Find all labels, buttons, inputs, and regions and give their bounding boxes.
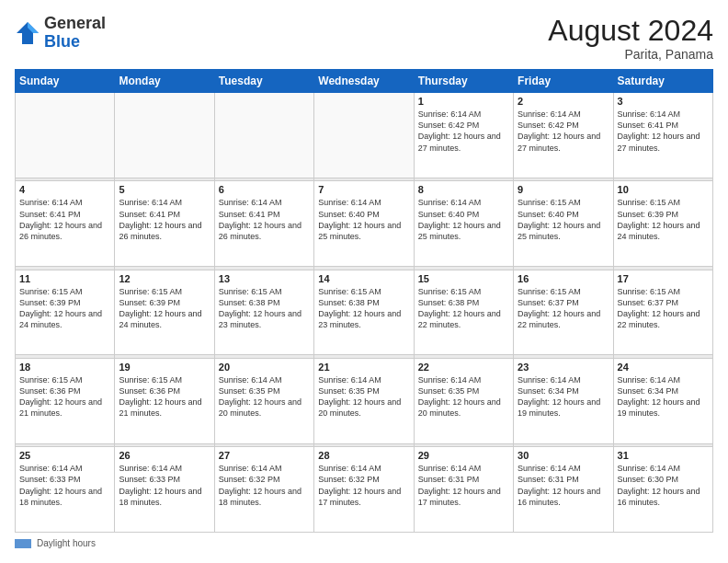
calendar-day-cell: 20Sunrise: 6:14 AM Sunset: 6:35 PM Dayli… [214, 358, 313, 443]
day-info: Sunrise: 6:14 AM Sunset: 6:31 PM Dayligh… [418, 463, 509, 508]
calendar-day-cell: 24Sunrise: 6:14 AM Sunset: 6:34 PM Dayli… [613, 358, 712, 443]
logo-icon [15, 20, 40, 46]
day-info: Sunrise: 6:14 AM Sunset: 6:35 PM Dayligh… [418, 374, 509, 419]
calendar-week-row: 25Sunrise: 6:14 AM Sunset: 6:33 PM Dayli… [16, 447, 713, 533]
day-number: 17 [618, 273, 709, 284]
calendar-day-cell: 12Sunrise: 6:15 AM Sunset: 6:39 PM Dayli… [115, 270, 214, 355]
day-number: 12 [119, 273, 210, 284]
day-number: 15 [418, 273, 509, 284]
day-info: Sunrise: 6:14 AM Sunset: 6:42 PM Dayligh… [518, 109, 609, 154]
calendar-day-cell: 28Sunrise: 6:14 AM Sunset: 6:32 PM Dayli… [314, 447, 414, 533]
day-number: 21 [318, 362, 409, 373]
day-number: 14 [318, 273, 409, 284]
day-info: Sunrise: 6:14 AM Sunset: 6:30 PM Dayligh… [618, 463, 709, 508]
day-info: Sunrise: 6:14 AM Sunset: 6:41 PM Dayligh… [618, 109, 709, 154]
calendar-day-cell: 10Sunrise: 6:15 AM Sunset: 6:39 PM Dayli… [613, 181, 712, 267]
calendar-day-cell: 23Sunrise: 6:14 AM Sunset: 6:34 PM Dayli… [514, 358, 613, 443]
legend-color [15, 539, 31, 548]
calendar-header-row: SundayMondayTuesdayWednesdayThursdayFrid… [16, 70, 713, 93]
calendar-day-header: Sunday [16, 70, 115, 93]
day-number: 19 [119, 362, 210, 373]
calendar-day-header: Monday [115, 70, 214, 93]
calendar-day-header: Wednesday [314, 70, 414, 93]
calendar-day-cell: 14Sunrise: 6:15 AM Sunset: 6:38 PM Dayli… [314, 270, 414, 355]
calendar-week-row: 4Sunrise: 6:14 AM Sunset: 6:41 PM Daylig… [16, 181, 713, 267]
day-info: Sunrise: 6:14 AM Sunset: 6:31 PM Dayligh… [518, 463, 609, 508]
day-number: 7 [318, 184, 409, 195]
calendar-day-cell [115, 93, 214, 178]
day-number: 29 [418, 450, 509, 461]
day-info: Sunrise: 6:14 AM Sunset: 6:41 PM Dayligh… [19, 197, 110, 242]
logo-blue-text: Blue [44, 32, 80, 51]
day-info: Sunrise: 6:15 AM Sunset: 6:37 PM Dayligh… [518, 286, 609, 331]
day-number: 11 [19, 273, 110, 284]
day-info: Sunrise: 6:14 AM Sunset: 6:33 PM Dayligh… [19, 463, 110, 508]
calendar-day-cell [214, 93, 313, 178]
logo-general-text: General [44, 14, 106, 32]
day-number: 31 [618, 450, 709, 461]
day-info: Sunrise: 6:15 AM Sunset: 6:36 PM Dayligh… [19, 374, 110, 419]
calendar-day-cell: 1Sunrise: 6:14 AM Sunset: 6:42 PM Daylig… [414, 93, 513, 178]
day-info: Sunrise: 6:15 AM Sunset: 6:39 PM Dayligh… [618, 197, 709, 242]
calendar-day-cell: 21Sunrise: 6:14 AM Sunset: 6:35 PM Dayli… [314, 358, 414, 443]
day-number: 2 [518, 96, 609, 107]
day-number: 13 [219, 273, 310, 284]
month-year: August 2024 [548, 15, 713, 47]
location: Parita, Panama [548, 47, 713, 62]
day-info: Sunrise: 6:15 AM Sunset: 6:37 PM Dayligh… [618, 286, 709, 331]
calendar-day-cell: 22Sunrise: 6:14 AM Sunset: 6:35 PM Dayli… [414, 358, 513, 443]
calendar-table: SundayMondayTuesdayWednesdayThursdayFrid… [15, 69, 713, 533]
calendar-week-row: 1Sunrise: 6:14 AM Sunset: 6:42 PM Daylig… [16, 93, 713, 178]
calendar-day-header: Tuesday [214, 70, 313, 93]
day-number: 27 [219, 450, 310, 461]
logo: General Blue [15, 15, 106, 52]
page-header: General Blue August 2024 Parita, Panama [15, 15, 713, 62]
calendar-day-cell: 16Sunrise: 6:15 AM Sunset: 6:37 PM Dayli… [514, 270, 613, 355]
day-info: Sunrise: 6:14 AM Sunset: 6:42 PM Dayligh… [418, 109, 509, 154]
calendar-day-cell: 17Sunrise: 6:15 AM Sunset: 6:37 PM Dayli… [613, 270, 712, 355]
day-number: 22 [418, 362, 509, 373]
calendar-day-cell: 26Sunrise: 6:14 AM Sunset: 6:33 PM Dayli… [115, 447, 214, 533]
calendar-day-cell: 6Sunrise: 6:14 AM Sunset: 6:41 PM Daylig… [214, 181, 313, 267]
calendar-day-cell: 19Sunrise: 6:15 AM Sunset: 6:36 PM Dayli… [115, 358, 214, 443]
day-number: 3 [618, 96, 709, 107]
day-number: 9 [518, 184, 609, 195]
day-info: Sunrise: 6:14 AM Sunset: 6:34 PM Dayligh… [518, 374, 609, 419]
calendar-day-header: Thursday [414, 70, 513, 93]
day-number: 24 [618, 362, 709, 373]
calendar-day-cell: 4Sunrise: 6:14 AM Sunset: 6:41 PM Daylig… [16, 181, 115, 267]
title-block: August 2024 Parita, Panama [548, 15, 713, 62]
day-info: Sunrise: 6:15 AM Sunset: 6:40 PM Dayligh… [518, 197, 609, 242]
day-info: Sunrise: 6:14 AM Sunset: 6:32 PM Dayligh… [219, 463, 310, 508]
day-number: 20 [219, 362, 310, 373]
day-number: 8 [418, 184, 509, 195]
calendar-day-cell: 9Sunrise: 6:15 AM Sunset: 6:40 PM Daylig… [514, 181, 613, 267]
calendar-day-cell: 15Sunrise: 6:15 AM Sunset: 6:38 PM Dayli… [414, 270, 513, 355]
day-number: 28 [318, 450, 409, 461]
calendar-day-cell: 7Sunrise: 6:14 AM Sunset: 6:40 PM Daylig… [314, 181, 414, 267]
day-info: Sunrise: 6:15 AM Sunset: 6:38 PM Dayligh… [318, 286, 409, 331]
calendar-day-cell: 5Sunrise: 6:14 AM Sunset: 6:41 PM Daylig… [115, 181, 214, 267]
day-number: 18 [19, 362, 110, 373]
day-number: 30 [518, 450, 609, 461]
day-number: 23 [518, 362, 609, 373]
day-info: Sunrise: 6:14 AM Sunset: 6:40 PM Dayligh… [318, 197, 409, 242]
day-info: Sunrise: 6:14 AM Sunset: 6:34 PM Dayligh… [618, 374, 709, 419]
day-info: Sunrise: 6:14 AM Sunset: 6:40 PM Dayligh… [418, 197, 509, 242]
day-info: Sunrise: 6:15 AM Sunset: 6:39 PM Dayligh… [119, 286, 210, 331]
legend-label: Daylight hours [37, 538, 96, 548]
day-number: 26 [119, 450, 210, 461]
calendar-day-cell: 11Sunrise: 6:15 AM Sunset: 6:39 PM Dayli… [16, 270, 115, 355]
legend: Daylight hours [15, 538, 713, 548]
calendar-day-header: Saturday [613, 70, 712, 93]
calendar-day-cell: 31Sunrise: 6:14 AM Sunset: 6:30 PM Dayli… [613, 447, 712, 533]
calendar-day-cell: 2Sunrise: 6:14 AM Sunset: 6:42 PM Daylig… [514, 93, 613, 178]
day-info: Sunrise: 6:14 AM Sunset: 6:41 PM Dayligh… [219, 197, 310, 242]
calendar-day-cell: 27Sunrise: 6:14 AM Sunset: 6:32 PM Dayli… [214, 447, 313, 533]
day-info: Sunrise: 6:14 AM Sunset: 6:32 PM Dayligh… [318, 463, 409, 508]
day-info: Sunrise: 6:14 AM Sunset: 6:35 PM Dayligh… [219, 374, 310, 419]
day-number: 6 [219, 184, 310, 195]
calendar-day-cell: 18Sunrise: 6:15 AM Sunset: 6:36 PM Dayli… [16, 358, 115, 443]
calendar-day-header: Friday [514, 70, 613, 93]
day-number: 5 [119, 184, 210, 195]
